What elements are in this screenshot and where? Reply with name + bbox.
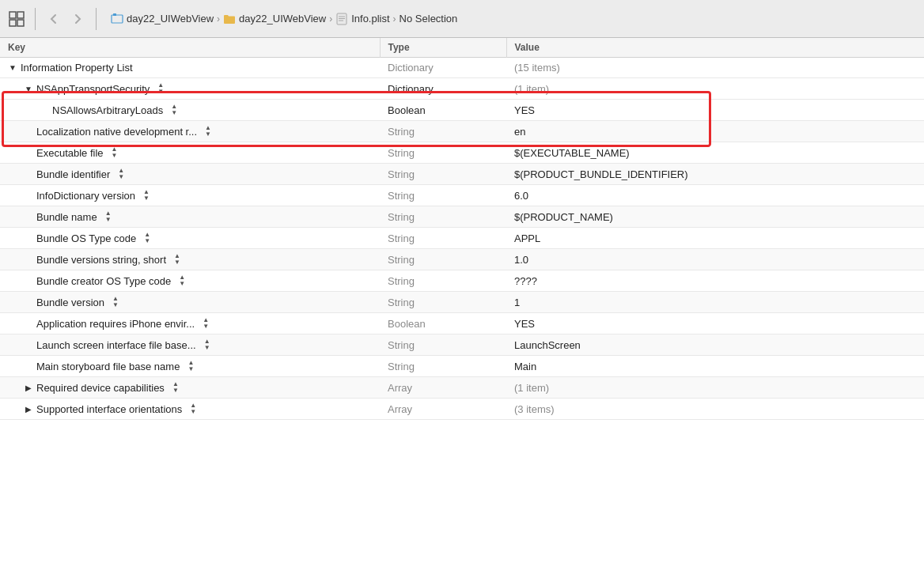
sort-arrows[interactable]: ▲▼ — [190, 402, 196, 415]
table-row[interactable]: Bundle name▲▼String$(PRODUCT_NAME) — [0, 206, 924, 228]
key-text: InfoDictionary version — [36, 190, 135, 202]
folder-icon — [223, 13, 236, 25]
back-button[interactable] — [45, 10, 62, 28]
toolbar-divider-2 — [96, 8, 97, 30]
table-row[interactable]: Launch screen interface file base...▲▼St… — [0, 334, 924, 356]
type-cell: Array — [380, 377, 506, 399]
key-text: Main storyboard file base name — [36, 361, 180, 372]
grid-icon[interactable] — [8, 10, 25, 28]
sort-arrows[interactable]: ▲▼ — [144, 232, 150, 244]
type-cell: String — [380, 121, 506, 142]
table-row[interactable]: ▶Required device capabilities▲▼Array(1 i… — [0, 377, 924, 399]
svg-rect-5 — [113, 13, 116, 16]
disclosure-triangle-closed[interactable]: ▶ — [24, 383, 33, 392]
value-cell: 1.0 — [506, 249, 924, 270]
table-row[interactable]: Bundle creator OS Type code▲▼String???? — [0, 270, 924, 292]
key-text: Bundle name — [36, 211, 97, 223]
value-cell: YES — [506, 313, 924, 334]
table-row[interactable]: NSAllowsArbitraryLoads▲▼BooleanYES — [0, 100, 924, 121]
forward-button[interactable] — [69, 10, 86, 28]
key-text: Bundle identifier — [36, 168, 110, 180]
key-text: Required device capabilities — [36, 382, 165, 394]
sort-arrows[interactable]: ▲▼ — [112, 296, 119, 308]
disclosure-triangle-open[interactable]: ▼ — [24, 84, 33, 93]
key-cell: Bundle creator OS Type code▲▼ — [0, 270, 380, 292]
value-cell: en — [506, 121, 924, 142]
key-cell: ▼NSAppTransportSecurity▲▼ — [0, 78, 380, 100]
table-row[interactable]: Bundle OS Type code▲▼StringAPPL — [0, 228, 924, 249]
toolbar: day22_UIWebView › day22_UIWebView › — [0, 0, 924, 38]
sort-arrows[interactable]: ▲▼ — [143, 189, 150, 202]
table-row[interactable]: Bundle identifier▲▼String$(PRODUCT_BUNDL… — [0, 164, 924, 185]
sort-arrows[interactable]: ▲▼ — [105, 210, 112, 223]
svg-rect-1 — [17, 12, 24, 18]
key-cell: InfoDictionary version▲▼ — [0, 185, 380, 206]
sort-arrows[interactable]: ▲▼ — [205, 125, 211, 138]
breadcrumb-file[interactable]: Info.plist — [335, 13, 389, 25]
key-cell: Bundle version▲▼ — [0, 292, 380, 313]
key-cell: ▼Information Property List — [0, 58, 380, 78]
table-row[interactable]: Localization native development r...▲▼St… — [0, 121, 924, 142]
type-cell: String — [380, 270, 506, 292]
sort-arrows[interactable]: ▲▼ — [157, 82, 164, 95]
table-row[interactable]: ▼Information Property ListDictionary(15 … — [0, 58, 924, 78]
table-row[interactable]: ▶Supported interface orientations▲▼Array… — [0, 399, 924, 420]
header-type[interactable]: Type — [380, 38, 506, 58]
key-text: Executable file — [36, 147, 104, 159]
key-cell: Application requires iPhone envir...▲▼ — [0, 313, 380, 334]
type-cell: String — [380, 164, 506, 185]
value-cell: $(EXECUTABLE_NAME) — [506, 142, 924, 164]
sort-arrows[interactable]: ▲▼ — [112, 146, 118, 159]
value-cell: YES — [506, 100, 924, 121]
value-cell: (1 item) — [506, 78, 924, 100]
sort-arrows[interactable]: ▲▼ — [204, 338, 210, 351]
sort-arrows[interactable]: ▲▼ — [118, 168, 124, 180]
svg-rect-4 — [112, 15, 123, 23]
type-cell: String — [380, 292, 506, 313]
type-cell: String — [380, 228, 506, 249]
breadcrumb-folder[interactable]: day22_UIWebView — [223, 13, 326, 25]
disclosure-triangle-open[interactable]: ▼ — [8, 63, 17, 73]
type-cell: Boolean — [380, 313, 506, 334]
header-key[interactable]: Key — [0, 38, 380, 58]
disclosure-triangle-closed[interactable]: ▶ — [24, 404, 33, 414]
breadcrumb-no-selection: No Selection — [400, 13, 458, 25]
project-icon — [111, 13, 123, 25]
value-cell: (1 item) — [506, 377, 924, 399]
value-cell: Main — [506, 356, 924, 377]
table-row[interactable]: Bundle versions string, short▲▼String1.0 — [0, 249, 924, 270]
main-content: Key Type Value ▼Information Property Lis… — [0, 38, 924, 582]
type-cell: String — [380, 334, 506, 356]
sort-arrows[interactable]: ▲▼ — [172, 381, 179, 394]
sort-arrows[interactable]: ▲▼ — [187, 360, 194, 372]
table-row[interactable]: InfoDictionary version▲▼String6.0 — [0, 185, 924, 206]
table-body: ▼Information Property ListDictionary(15 … — [0, 58, 924, 420]
breadcrumb-project[interactable]: day22_UIWebView — [111, 13, 214, 25]
breadcrumb: day22_UIWebView › day22_UIWebView › — [111, 13, 457, 25]
breadcrumb-project-label: day22_UIWebView — [127, 13, 214, 25]
key-text: NSAppTransportSecurity — [36, 83, 150, 95]
key-text: Bundle creator OS Type code — [36, 275, 171, 287]
sort-arrows[interactable]: ▲▼ — [171, 104, 177, 116]
sort-arrows[interactable]: ▲▼ — [174, 253, 180, 266]
table-row[interactable]: Bundle version▲▼String1 — [0, 292, 924, 313]
table-header-row: Key Type Value — [0, 38, 924, 58]
toolbar-divider — [35, 8, 36, 30]
value-cell: (3 items) — [506, 399, 924, 420]
sort-arrows[interactable]: ▲▼ — [179, 274, 185, 287]
key-text: Application requires iPhone envir... — [36, 318, 195, 330]
type-cell: Dictionary — [380, 58, 506, 78]
sort-arrows[interactable]: ▲▼ — [203, 317, 209, 330]
svg-rect-0 — [9, 12, 16, 18]
value-cell: APPL — [506, 228, 924, 249]
table-row[interactable]: Application requires iPhone envir...▲▼Bo… — [0, 313, 924, 334]
table-row[interactable]: Main storyboard file base name▲▼StringMa… — [0, 356, 924, 377]
table-row[interactable]: ▼NSAppTransportSecurity▲▼Dictionary(1 it… — [0, 78, 924, 100]
type-cell: Boolean — [380, 100, 506, 121]
key-cell: NSAllowsArbitraryLoads▲▼ — [0, 100, 380, 121]
plist-table: Key Type Value ▼Information Property Lis… — [0, 38, 924, 420]
plist-icon — [335, 13, 348, 25]
table-row[interactable]: Executable file▲▼String$(EXECUTABLE_NAME… — [0, 142, 924, 164]
header-value[interactable]: Value — [506, 38, 924, 58]
type-cell: String — [380, 206, 506, 228]
